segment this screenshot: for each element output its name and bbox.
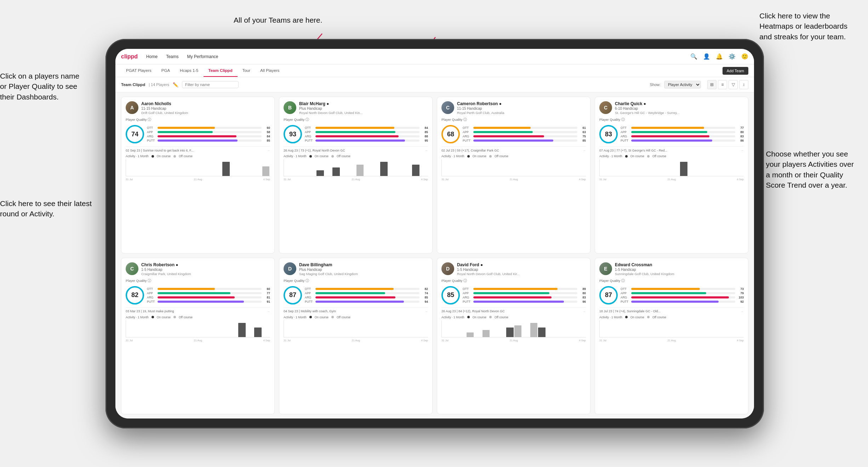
grid-view-button[interactable]: ⊞ [707,80,716,89]
quality-score-chris[interactable]: 82 [126,286,144,304]
activity-header-charlie[interactable]: Activity · 1 Month On course Off course [599,154,744,158]
chart-area-chris [126,320,270,337]
recent-round-chris[interactable]: 03 Mar 23 | 19, Must make putting → [126,307,270,313]
tab-hcaps[interactable]: Hcaps 1-5 [175,64,203,77]
quality-label-edward: Player Quality ⓘ [599,279,744,283]
quality-section-charlie[interactable]: 83 OTT 77 APP 80 ARG 83 PUT [599,125,744,143]
chart-labels-edward: 31 Jul 21 Aug 4 Sep [599,339,744,342]
chart-area-david [441,320,586,337]
player-name-david[interactable]: David Ford ● [457,262,586,267]
tab-all-players[interactable]: All Players [255,64,284,77]
quality-label-aaron: Player Quality ⓘ [126,118,270,122]
quality-section-chris[interactable]: 82 OTT 60 APP 77 ARG 81 PUT [126,286,270,304]
profile-icon[interactable]: 👤 [703,53,710,60]
player-card-blair[interactable]: B Blair McHarg ● Plus Handicap Royal Nor… [279,97,433,254]
player-card-aaron[interactable]: A Aaron Nicholls 11-15 Handicap Drift Go… [121,97,275,254]
player-info-blair: Blair McHarg ● Plus Handicap Royal North… [299,101,428,115]
quality-section-edward[interactable]: 87 OTT 73 APP 79 ARG 103 PU [599,286,744,304]
ipad-screen: clippd Home Teams My Performance 🔍 👤 🔔 ⚙… [115,49,754,418]
team-header: Team Clippd | 14 Players ✏️ Show: Player… [115,77,754,92]
nav-home[interactable]: Home [146,54,158,59]
stat-arg-aaron: ARG 84 [147,135,270,138]
filter-input[interactable] [182,81,239,88]
player-name-aaron[interactable]: Aaron Nicholls [141,101,270,106]
quality-section-blair[interactable]: 93 OTT 84 APP 85 ARG 88 PUT [284,125,428,143]
quality-score-dave[interactable]: 87 [284,286,302,304]
player-header-chris: C Chris Robertson ● 1-5 Handicap Craigmi… [126,262,270,276]
recent-round-david[interactable]: 26 Aug 23 | 84 (+12), Royal North Devon … [441,307,586,313]
filter-button[interactable]: ▽ [729,80,738,89]
settings-icon[interactable]: ⚙️ [729,53,736,60]
stat-putt-edward: PUTT 92 [621,300,744,303]
team-name: Team Clippd [121,82,145,87]
player-info-edward: Edward Crossman 1-5 Handicap Sunningdale… [615,262,744,276]
player-header-cameron: C Cameron Robertson ● 11-15 Handicap Roy… [441,101,586,115]
quality-score-blair[interactable]: 93 [284,125,302,143]
sort-button[interactable]: ↕ [739,80,748,89]
quality-score-aaron[interactable]: 74 [126,125,144,143]
player-card-chris[interactable]: C Chris Robertson ● 1-5 Handicap Craigmi… [121,258,275,415]
recent-round-cameron[interactable]: 02 Jul 23 | 59 (+17), Craigmillar Park G… [441,146,586,152]
quality-score-david[interactable]: 85 [441,286,460,304]
player-name-cameron[interactable]: Cameron Robertson ● [457,101,586,106]
search-icon[interactable]: 🔍 [690,53,697,60]
player-card-charlie[interactable]: C Charlie Quick ● 6-10 Handicap St. Geor… [595,97,748,254]
offcourse-dot-dave [331,316,334,318]
stat-putt-dave: PUTT 94 [305,300,428,303]
nav-teams[interactable]: Teams [166,54,178,59]
show-select[interactable]: Player Activity [664,81,701,89]
list-view-button[interactable]: ≡ [718,80,727,89]
offcourse-dot-charlie [647,155,650,158]
quality-score-edward[interactable]: 87 [599,286,618,304]
activity-header-edward[interactable]: Activity · 1 Month On course Off course [599,315,744,319]
player-info-cameron: Cameron Robertson ● 11-15 Handicap Royal… [457,101,586,115]
bell-icon[interactable]: 🔔 [716,53,723,60]
stat-arg-chris: ARG 81 [147,296,270,299]
player-handicap-dave: Plus Handicap [299,268,428,272]
player-name-dave[interactable]: Dave Billingham [299,262,428,267]
tab-team-clippd[interactable]: Team Clippd [204,64,238,77]
activity-section-edward: Activity · 1 Month On course Off course … [599,315,744,342]
add-team-button[interactable]: Add Team [723,67,748,75]
activity-header-david[interactable]: Activity · 1 Month On course Off course [441,315,586,319]
player-name-chris[interactable]: Chris Robertson ● [141,262,270,267]
tab-pgat-players[interactable]: PGAT Players [121,64,156,77]
recent-round-edward[interactable]: 18 Jul 23 | 74 (+4), Sunningdale GC - Ol… [599,307,744,313]
player-name-edward[interactable]: Edward Crossman [615,262,744,267]
chart-area-aaron [126,159,270,176]
recent-round-blair[interactable]: 26 Aug 23 | 73 (+1), Royal North Devon G… [284,146,428,152]
recent-round-aaron[interactable]: 02 Sep 23 | Sunrise round to get back in… [126,146,270,152]
edit-team-icon[interactable]: ✏️ [173,82,178,87]
stat-app-aaron: APP 58 [147,130,270,134]
activity-header-blair[interactable]: Activity · 1 Month On course Off course [284,154,428,158]
activity-header-aaron[interactable]: Activity · 1 Month On course Off course [126,154,270,158]
recent-round-charlie[interactable]: 07 Aug 23 | 77 (+7), St George's Hill GC… [599,146,744,152]
quality-label-david: Player Quality ⓘ [441,279,586,283]
player-card-cameron[interactable]: C Cameron Robertson ● 11-15 Handicap Roy… [437,97,590,254]
activity-header-dave[interactable]: Activity · 1 Month On course Off course [284,315,428,319]
player-name-charlie[interactable]: Charlie Quick ● [615,101,744,106]
avatar-icon[interactable]: 🙂 [741,53,748,60]
activity-header-cameron[interactable]: Activity · 1 Month On course Off course [441,154,586,158]
chart-area-edward [599,320,744,337]
player-card-david[interactable]: D David Ford ● 1-5 Handicap Royal North … [437,258,590,415]
player-card-dave[interactable]: D Dave Billingham Plus Handicap Sag Magi… [279,258,433,415]
activity-header-chris[interactable]: Activity · 1 Month On course Off course [126,315,270,319]
quality-section-aaron[interactable]: 74 OTT 60 APP 58 ARG 84 PUT [126,125,270,143]
nav-my-performance[interactable]: My Performance [187,54,218,59]
tab-tour[interactable]: Tour [238,64,255,77]
quality-section-cameron[interactable]: 68 OTT 61 APP 63 ARG 75 PUT [441,125,586,143]
activity-section-chris: Activity · 1 Month On course Off course … [126,315,270,342]
chart-labels-cameron: 31 Jul 21 Aug 4 Sep [441,178,586,181]
recent-round-dave[interactable]: 04 Sep 23 | Mobility with coach, Gym → [284,307,428,313]
quality-label-cameron: Player Quality ⓘ [441,118,586,122]
quality-score-cameron[interactable]: 68 [441,125,460,143]
quality-score-charlie[interactable]: 83 [599,125,618,143]
quality-section-david[interactable]: 85 OTT 89 APP 80 ARG 83 PUT [441,286,586,304]
player-card-edward[interactable]: E Edward Crossman 1-5 Handicap Sunningda… [595,258,748,415]
tab-pga[interactable]: PGA [156,64,175,77]
chart-labels-charlie: 31 Jul 21 Aug 4 Sep [599,178,744,181]
quality-section-dave[interactable]: 87 OTT 82 APP 74 ARG 85 PUT [284,286,428,304]
player-avatar-aaron: A [126,101,138,114]
player-name-blair[interactable]: Blair McHarg ● [299,101,428,106]
